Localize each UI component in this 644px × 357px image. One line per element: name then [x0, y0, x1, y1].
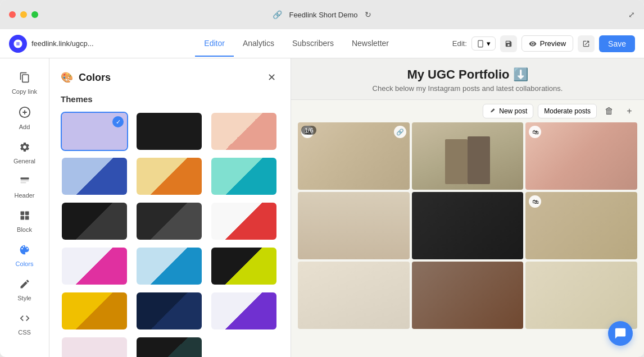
header-icon: [19, 176, 30, 190]
link-icon-1: 🔗: [394, 126, 406, 138]
tab-editor[interactable]: Editor: [195, 31, 234, 57]
page-preview: My UGC Portfolio ⬇️ Check below my Insta…: [291, 58, 644, 357]
close-button[interactable]: [9, 11, 16, 18]
theme-card-14[interactable]: [135, 291, 203, 331]
sidebar-item-css[interactable]: CSS: [3, 308, 46, 340]
sidebar-item-general[interactable]: General: [3, 137, 46, 169]
theme-card-17[interactable]: [135, 336, 203, 357]
device-selector[interactable]: ▾: [471, 36, 496, 51]
main-content: Copy link Add General Header: [0, 58, 644, 357]
preview-label: Preview: [540, 39, 566, 48]
post-cell-3[interactable]: 🛍: [525, 122, 637, 190]
sidebar-item-copy-link[interactable]: Copy link: [3, 67, 46, 99]
colors-label: Colors: [16, 260, 34, 267]
sidebar-item-style[interactable]: Style: [3, 274, 46, 306]
panel-close-button[interactable]: ✕: [264, 70, 279, 85]
traffic-lights: [9, 11, 38, 18]
panel-title-icon: 🎨: [61, 71, 73, 84]
theme-card-5[interactable]: [135, 157, 203, 196]
refresh-icon[interactable]: ↻: [365, 10, 371, 19]
chat-fab-button[interactable]: [608, 321, 633, 346]
copy-link-label: Copy link: [12, 88, 37, 95]
shop-icon-6: 🛍: [529, 195, 541, 208]
sidebar-item-header[interactable]: Header: [3, 171, 46, 203]
delete-toolbar-button[interactable]: 🗑: [601, 103, 617, 119]
shop-icon-3: 🛍: [529, 126, 541, 138]
svg-rect-3: [20, 180, 29, 181]
svg-rect-8: [25, 216, 29, 220]
new-post-label: New post: [499, 107, 527, 115]
nav-url[interactable]: feedlink.link/ugcp...: [31, 39, 94, 48]
tab-analytics[interactable]: Analytics: [234, 31, 283, 57]
app-window: 🔗 Feedlink Short Demo ↻ ⤢ feedlink.link/…: [0, 0, 644, 357]
header-label: Header: [14, 192, 34, 199]
css-icon: [19, 313, 30, 327]
colors-icon: [19, 244, 30, 258]
fullscreen-button[interactable]: [31, 11, 38, 18]
tab-newsletter[interactable]: Newsletter: [343, 31, 398, 57]
themes-grid: ✓: [61, 112, 279, 357]
theme-card-7[interactable]: [61, 202, 128, 241]
svg-rect-6: [25, 212, 29, 216]
nav-logo: [9, 35, 27, 53]
general-label: General: [13, 158, 35, 164]
sidebar-item-block[interactable]: Block: [3, 205, 46, 237]
post-cell-1[interactable]: 🛍 1/6 🔗: [298, 122, 410, 190]
theme-card-10[interactable]: [61, 246, 128, 286]
post-cell-4[interactable]: [298, 192, 410, 259]
post-cell-2[interactable]: [412, 122, 524, 190]
new-post-button[interactable]: New post: [483, 104, 533, 118]
theme-card-2[interactable]: [135, 112, 203, 151]
general-icon: [19, 141, 30, 155]
style-label: Style: [17, 295, 31, 301]
svg-rect-5: [20, 212, 24, 216]
post-cell-5[interactable]: [412, 192, 524, 259]
svg-rect-7: [20, 216, 24, 220]
theme-card-12[interactable]: [210, 246, 278, 286]
post-cell-9[interactable]: [525, 262, 637, 329]
title-bar-center: 🔗 Feedlink Short Demo ↻: [273, 10, 371, 19]
post-cell-6[interactable]: 🛍: [525, 192, 637, 259]
nav-right: Edit: ▾ Preview Save: [452, 35, 635, 52]
chevron-down-icon: ▾: [487, 39, 491, 48]
top-nav: feedlink.link/ugcp... Editor Analytics S…: [0, 29, 644, 58]
minimize-button[interactable]: [20, 11, 27, 18]
add-toolbar-button[interactable]: +: [622, 103, 637, 119]
style-icon: [19, 278, 30, 292]
svg-rect-4: [20, 182, 26, 184]
post-badge-1: 1/6: [301, 126, 316, 135]
preview-area: My UGC Portfolio ⬇️ Check below my Insta…: [291, 58, 644, 357]
theme-card-4[interactable]: [61, 157, 128, 196]
add-icon: [19, 106, 31, 121]
theme-card-11[interactable]: [135, 246, 203, 286]
theme-card-3[interactable]: [210, 112, 278, 151]
block-label: Block: [17, 226, 32, 233]
theme-card-6[interactable]: [210, 157, 278, 196]
post-grid: 🛍 1/6 🔗: [291, 122, 644, 336]
theme-card-8[interactable]: [135, 202, 203, 241]
tab-subscribers[interactable]: Subscribers: [283, 31, 343, 57]
post-cell-8[interactable]: [412, 262, 524, 329]
sidebar-item-add[interactable]: Add: [3, 102, 46, 135]
external-link-button[interactable]: [578, 35, 595, 52]
theme-card-13[interactable]: [61, 291, 128, 331]
moderate-posts-button[interactable]: Moderate posts: [538, 104, 597, 118]
page-title: My UGC Portfolio ⬇️: [302, 67, 633, 82]
panel-title: 🎨 Colors: [61, 71, 111, 84]
theme-card-9[interactable]: [210, 202, 278, 241]
save-button[interactable]: Save: [599, 35, 635, 52]
theme-card-16[interactable]: [61, 336, 128, 357]
post-cell-7[interactable]: [298, 262, 410, 329]
link-icon: 🔗: [273, 10, 282, 19]
svg-rect-2: [20, 177, 29, 179]
theme-card-15[interactable]: [210, 291, 278, 331]
sidebar-item-colors[interactable]: Colors: [3, 240, 46, 272]
block-icon: [19, 210, 30, 224]
save-draft-button[interactable]: [500, 35, 517, 52]
preview-button[interactable]: Preview: [521, 35, 573, 52]
expand-icon[interactable]: ⤢: [628, 10, 635, 19]
theme-card-1[interactable]: ✓: [61, 112, 128, 151]
panel-title-text: Colors: [79, 72, 111, 84]
nav-tabs: Editor Analytics Subscribers Newsletter: [141, 31, 452, 56]
css-label: CSS: [18, 329, 31, 336]
